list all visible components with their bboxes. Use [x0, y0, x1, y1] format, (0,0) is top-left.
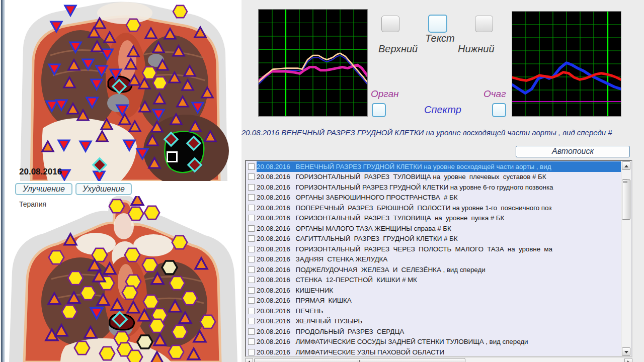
row-checkbox[interactable]: [248, 318, 255, 324]
list-item[interactable]: 20.08.2016ПЕЧЕНЬ: [247, 306, 621, 316]
list-item[interactable]: 20.08.2016ЛИМФАТИЧЕСКИЕ УЗЛЫ ПАХОВОЙ ОБЛ…: [247, 347, 621, 356]
marker-hx: [62, 305, 77, 318]
row-date: 20.08.2016: [257, 225, 290, 232]
list-item[interactable]: 20.08.2016ВЕНЕЧНЫЙ РАЗРЕЗ ГРУДНОЙ КЛЕТКИ…: [247, 161, 621, 172]
horizontal-scrollbar[interactable]: [245, 357, 632, 362]
row-label: 20.08.2016ЖЕЛЧНЫЙ ПУЗЫРЬ: [257, 316, 621, 327]
window-left-border: [0, 0, 5, 362]
autosearch-button[interactable]: Автопоиск: [516, 146, 630, 157]
row-checkbox[interactable]: [248, 215, 255, 221]
row-label: 20.08.2016ОРГАНЫ МАЛОГО ТАЗА ЖЕНЩИНЫ спр…: [257, 223, 621, 234]
row-date: 20.08.2016: [257, 194, 290, 201]
row-checkbox[interactable]: [248, 266, 255, 273]
improvement-button[interactable]: Улучшение: [15, 183, 72, 195]
list-item[interactable]: 20.08.2016ГОРИЗОНТАЛЬНЫЙ РАЗРЕЗ ГРУДНОЙ …: [247, 182, 621, 193]
row-text: ПРОДОЛЬНЫЙ РАЗРЕЗ СЕРДЦА: [296, 328, 405, 335]
marker-hx: [200, 315, 215, 328]
row-checkbox[interactable]: [248, 277, 255, 283]
list-item[interactable]: 20.08.2016КИШЕЧНИК: [247, 285, 621, 296]
row-checkbox[interactable]: [248, 194, 255, 201]
marker-hx: [142, 258, 157, 272]
row-checkbox[interactable]: [248, 328, 255, 335]
row-text: ОРГАНЫ ЗАБРЮШИННОГО ПРОСТРАНСТВА # БК: [296, 194, 458, 201]
scroll-up-button[interactable]: [622, 161, 630, 170]
scroll-down-button[interactable]: [622, 347, 630, 356]
organ-spectrum-chart: [258, 9, 368, 117]
horizontal-scroll-thumb[interactable]: [254, 358, 465, 362]
row-checkbox[interactable]: [248, 256, 255, 262]
row-label: 20.08.2016ГОРИЗОНТАЛЬНЫЙ РАЗРЕЗ ТУЛОВИЩА…: [257, 213, 621, 224]
list-item[interactable]: 20.08.2016ГОРИЗОНТАЛЬНЫЙ РАЗРЕЗ ЧЕРЕЗ ПО…: [247, 244, 621, 254]
list-item[interactable]: 20.08.2016ЗАДНЯЯ СТЕНКА ЖЕЛУДКА: [247, 254, 621, 265]
marker-hx: [182, 292, 197, 305]
row-text: САГИТТАЛЬНЫЙ РАЗРЕЗ ГРУДНОЙ КЛЕТКИ # БК: [296, 235, 458, 242]
marker-hx: [126, 19, 140, 31]
row-text: ПОПЕРЕЧНЫЙ РАЗРЕЗ БРЮШНОЙ ПОЛОСТИ на уро…: [296, 204, 552, 212]
vertical-scroll-thumb[interactable]: [622, 179, 630, 220]
list-item[interactable]: 20.08.2016ПОДЖЕЛУДОЧНАЯ ЖЕЛЕЗА И СЕЛЕЗЁН…: [247, 264, 621, 275]
deterioration-button[interactable]: Ухудшение: [75, 183, 132, 195]
row-checkbox[interactable]: [248, 246, 255, 252]
list-item[interactable]: 20.08.2016ГОРИЗОНТАЛЬНЫЙ РАЗРЕЗ ТУЛОВИЩА…: [247, 172, 621, 183]
row-checkbox[interactable]: [248, 287, 255, 294]
row-label: 20.08.2016ПРЯМАЯ КИШКА: [257, 296, 621, 306]
marker-tu: [131, 196, 143, 205]
sternum-area: [97, 2, 152, 24]
row-label: 20.08.2016ЛИМФАТИЧЕСКИЕ СОСУДЫ ЗАДНЕЙ СТ…: [257, 337, 621, 347]
row-checkbox[interactable]: [248, 205, 255, 211]
row-checkbox[interactable]: [248, 173, 255, 180]
list-item[interactable]: 20.08.2016СТЕНКА 12-ПЕРСТНОЙ КИШКИ # МК: [247, 275, 621, 286]
marker-hx: [127, 350, 142, 362]
row-label: 20.08.2016СТЕНКА 12-ПЕРСТНОЙ КИШКИ # МК: [257, 275, 621, 286]
row-date: 20.08.2016: [257, 276, 290, 284]
anatomy-image-bottom[interactable]: [5, 196, 242, 362]
organ-checkbox[interactable]: [372, 103, 386, 117]
row-checkbox[interactable]: [248, 338, 255, 345]
row-text: ЗАДНЯЯ СТЕНКА ЖЕЛУДКА: [296, 255, 388, 263]
row-label: 20.08.2016ПОДЖЕЛУДОЧНАЯ ЖЕЛЕЗА И СЕЛЕЗЁН…: [257, 264, 621, 275]
row-checkbox[interactable]: [248, 163, 255, 170]
spectrum-label: Спектр: [424, 104, 461, 116]
marker-hx: [80, 287, 96, 300]
list-item[interactable]: 20.08.2016ПОПЕРЕЧНЫЙ РАЗРЕЗ БРЮШНОЙ ПОЛО…: [247, 203, 621, 213]
list-item[interactable]: 20.08.2016ГОРИЗОНТАЛЬНЫЙ РАЗРЕЗ ТУЛОВИЩА…: [247, 213, 621, 224]
row-checkbox[interactable]: [248, 297, 255, 304]
list-item[interactable]: 20.08.2016ПРЯМАЯ КИШКА: [247, 296, 621, 306]
row-checkbox[interactable]: [248, 349, 255, 355]
lower-checkbox[interactable]: [475, 16, 493, 32]
marker-hx: [68, 272, 83, 285]
focus-checkbox[interactable]: [492, 103, 506, 117]
marker-hx: [128, 207, 143, 220]
current-slice-title: 20.08.2016 ВЕНЕЧНЫЙ РАЗРЕЗ ГРУДНОЙ КЛЕТК…: [242, 128, 644, 137]
marker-hx: [172, 325, 187, 338]
row-text: ВЕНЕЧНЫЙ РАЗРЕЗ ГРУДНОЙ КЛЕТКИ на уровне…: [296, 163, 551, 170]
row-checkbox[interactable]: [248, 308, 255, 314]
row-label: 20.08.2016ГОРИЗОНТАЛЬНЫЙ РАЗРЕЗ ЧЕРЕЗ ПО…: [257, 244, 621, 254]
marker-hp: [162, 261, 177, 274]
scroll-right-button[interactable]: [624, 358, 632, 362]
row-checkbox[interactable]: [248, 235, 255, 242]
upper-checkbox[interactable]: [381, 16, 399, 32]
organ-label: Орган: [371, 88, 399, 100]
anatomy-image-top[interactable]: [5, 0, 242, 181]
list-item[interactable]: 20.08.2016ОРГАНЫ МАЛОГО ТАЗА ЖЕНЩИНЫ спр…: [247, 223, 621, 234]
list-item[interactable]: 20.08.2016ЛИМФАТИЧЕСКИЕ СОСУДЫ ЗАДНЕЙ СТ…: [247, 337, 621, 347]
focus-spectrum-chart: [512, 11, 621, 117]
lower-label: Нижний: [458, 43, 495, 55]
row-checkbox[interactable]: [248, 184, 255, 191]
scroll-left-button[interactable]: [245, 358, 253, 362]
row-date: 20.08.2016: [257, 173, 290, 180]
marker-hp: [137, 335, 152, 348]
text-checkbox[interactable]: [428, 15, 447, 33]
row-text: ОРГАНЫ МАЛОГО ТАЗА ЖЕНЩИНЫ справа # БК: [296, 225, 451, 232]
row-checkbox[interactable]: [248, 225, 255, 232]
list-item[interactable]: 20.08.2016САГИТТАЛЬНЫЙ РАЗРЕЗ ГРУДНОЙ КЛ…: [247, 234, 621, 244]
list-item[interactable]: 20.08.2016ПРОДОЛЬНЫЙ РАЗРЕЗ СЕРДЦА: [247, 326, 621, 337]
marker-hx: [144, 206, 159, 219]
row-text: ГОРИЗОНТАЛЬНЫЙ РАЗРЕЗ ТУЛОВИЩА на уровне…: [296, 173, 546, 180]
row-text: ЛИМФАТИЧЕСКИЕ СОСУДЫ ЗАДНЕЙ СТЕНКИ ТУЛОВ…: [296, 338, 528, 345]
vertical-scrollbar[interactable]: [621, 161, 631, 356]
row-text: ЛИМФАТИЧЕСКИЕ УЗЛЫ ПАХОВОЙ ОБЛАСТИ: [296, 348, 445, 356]
list-item[interactable]: 20.08.2016ОРГАНЫ ЗАБРЮШИННОГО ПРОСТРАНСТ…: [247, 193, 621, 203]
list-item[interactable]: 20.08.2016ЖЕЛЧНЫЙ ПУЗЫРЬ: [247, 316, 621, 327]
